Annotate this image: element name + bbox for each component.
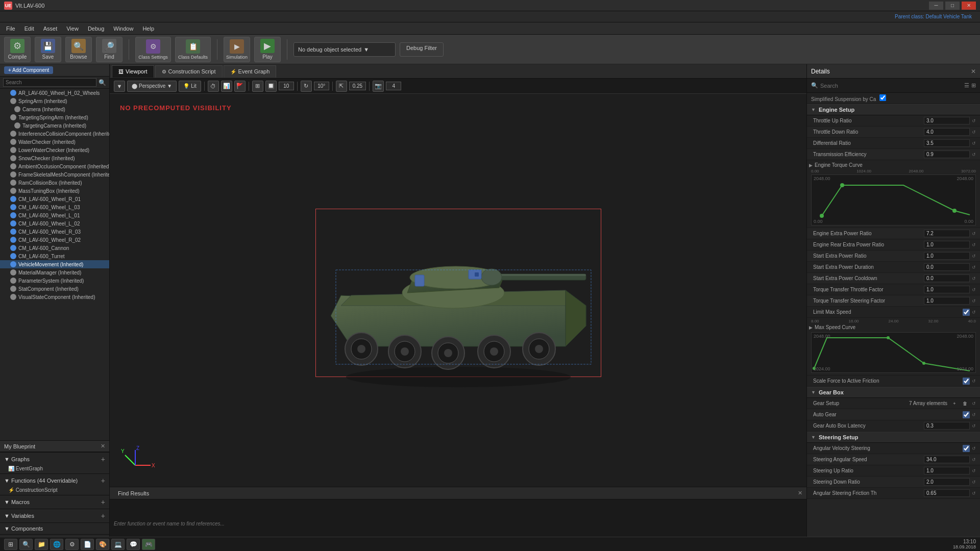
start-extra-power-ratio-reset-button[interactable]: ↺ <box>970 252 978 260</box>
component-item[interactable]: TargetingSpringArm (Inherited) <box>0 113 109 121</box>
start-extra-power-ratio-value[interactable]: 1.0 <box>924 252 970 260</box>
tab-viewport[interactable]: 🖼 Viewport <box>112 65 154 78</box>
torque-transfer-throttle-value[interactable]: 1.0 <box>924 286 970 293</box>
add-variable-icon[interactable]: + <box>101 512 105 520</box>
ide-button[interactable]: 💻 <box>111 539 125 550</box>
component-item[interactable]: InterferenceCollisionComponent (Inherite <box>0 130 109 138</box>
browser-button[interactable]: 🌐 <box>50 539 63 550</box>
torque-transfer-steering-reset-button[interactable]: ↺ <box>970 297 978 305</box>
component-item[interactable]: TargetingCamera (Inherited) <box>0 121 109 130</box>
start-extra-power-duration-value[interactable]: 0.0 <box>924 263 970 271</box>
realtime-button[interactable]: ⏱ <box>208 81 219 92</box>
steering-angular-speed-reset-button[interactable]: ↺ <box>970 456 978 464</box>
transmission-efficiency-reset-button[interactable]: ↺ <box>970 151 978 159</box>
class-settings-button[interactable]: ⚙ Class Settings <box>135 37 171 62</box>
engine-torque-curve-chart[interactable]: 2048.00 2048.00 0.00 0.00 <box>811 174 976 226</box>
menu-file[interactable]: File <box>2 24 19 33</box>
torque-transfer-throttle-reset-button[interactable]: ↺ <box>970 286 978 294</box>
start-extra-power-cooldown-value[interactable]: 0.0 <box>924 274 970 282</box>
event-graph-item[interactable]: 📊 EventGraph <box>0 465 109 472</box>
find-results-close-icon[interactable]: ✕ <box>798 490 802 496</box>
scale-snap-button[interactable]: ⇱ <box>336 81 347 92</box>
start-extra-power-cooldown-reset-button[interactable]: ↺ <box>970 274 978 283</box>
components-bp-header[interactable]: ▼ Components <box>0 524 109 533</box>
torque-transfer-steering-value[interactable]: 1.0 <box>924 297 970 305</box>
add-macro-icon[interactable]: + <box>101 498 105 506</box>
component-item[interactable]: AR_LAV-600_Wheel_H_02_Wheels <box>0 89 109 97</box>
engine-setup-section-header[interactable]: ▼ Engine Setup <box>807 104 980 115</box>
show-flag-button[interactable]: 🚩 <box>234 81 246 92</box>
camera-speed-button[interactable]: 📷 <box>373 81 384 92</box>
details-grid-icon[interactable]: ⊞ <box>971 82 976 89</box>
start-extra-power-duration-reset-button[interactable]: ↺ <box>970 263 978 271</box>
find-results-tab[interactable]: Find Results <box>114 489 153 497</box>
engine-extra-power-ratio-reset-button[interactable]: ↺ <box>970 230 978 238</box>
differential-ratio-value[interactable]: 3.5 <box>924 139 970 147</box>
angular-steering-friction-value[interactable]: 0.65 <box>924 489 970 497</box>
menu-view[interactable]: View <box>62 24 83 33</box>
engine-rear-extra-power-reset-button[interactable]: ↺ <box>970 241 978 249</box>
steering-down-ratio-value[interactable]: 2.0 <box>924 478 970 486</box>
throttle-down-ratio-value[interactable]: 4.0 <box>924 128 970 136</box>
construction-script-item[interactable]: ⚡ ConstructionScript <box>0 486 109 494</box>
menu-window[interactable]: Window <box>109 24 137 33</box>
graphs-header[interactable]: ▼ Graphs + <box>0 454 109 465</box>
minimize-button[interactable]: ─ <box>929 2 943 10</box>
window-controls[interactable]: ─ □ ✕ <box>929 2 976 10</box>
file-explorer-button[interactable]: 📁 <box>35 539 48 550</box>
gear-auto-box-latency-reset-button[interactable]: ↺ <box>970 422 978 430</box>
limit-max-speed-reset-button[interactable]: ↺ <box>970 308 978 316</box>
gear-auto-box-latency-value[interactable]: 0.3 <box>924 422 970 430</box>
component-item[interactable]: CM_LAV-600_Turret <box>0 252 109 260</box>
find-button[interactable]: 🔎 Find <box>96 37 122 62</box>
rotation-snap-button[interactable]: ↻ <box>301 81 312 92</box>
functions-header[interactable]: ▼ Functions (44 Overridable) + <box>0 475 109 486</box>
transmission-efficiency-value[interactable]: 0.9 <box>924 151 970 158</box>
parent-class-value[interactable]: Default Vehicle Tank <box>926 14 972 19</box>
viewport-options-button[interactable]: ▼ <box>114 81 125 92</box>
component-item[interactable]: Camera (Inherited) <box>0 105 109 113</box>
lit-button[interactable]: 💡 Lit <box>179 81 201 92</box>
add-graph-icon[interactable]: + <box>101 455 105 463</box>
variables-header[interactable]: ▼ Variables + <box>0 510 109 521</box>
steering-down-ratio-reset-button[interactable]: ↺ <box>970 478 978 486</box>
max-speed-curve-header[interactable]: ▶ Max Speed Curve <box>809 323 978 331</box>
differential-ratio-reset-button[interactable]: ↺ <box>970 139 978 147</box>
my-blueprint-close-icon[interactable]: ✕ <box>101 443 105 449</box>
limit-max-speed-checkbox[interactable] <box>963 309 970 316</box>
auto-gear-reset-button[interactable]: ↺ <box>970 411 978 419</box>
simulation-button[interactable]: ▶ Simulation <box>224 37 250 62</box>
scale-force-reset-button[interactable]: ↺ <box>970 377 978 385</box>
engine-rear-extra-power-value[interactable]: 1.0 <box>924 241 970 248</box>
engine-extra-power-ratio-value[interactable]: 7.2 <box>924 230 970 237</box>
add-component-button[interactable]: + Add Component <box>4 66 53 74</box>
throttle-up-ratio-reset-button[interactable]: ↺ <box>970 117 978 125</box>
maximize-button[interactable]: □ <box>945 2 960 10</box>
component-item[interactable]: SnowChecker (Inherited) <box>0 154 109 162</box>
menu-debug[interactable]: Debug <box>84 24 108 33</box>
component-item[interactable]: CM_LAV-600_Wheel_L_01 <box>0 211 109 219</box>
ue4-button[interactable]: 🎮 <box>142 539 155 550</box>
viewport-area[interactable]: NO PRECOMPUTED VISIBILITY <box>110 94 806 487</box>
component-item[interactable]: CM_LAV-600_Wheel_L_02 <box>0 219 109 228</box>
component-item[interactable]: CM_LAV-600_Cannon <box>0 244 109 252</box>
save-button[interactable]: 💾 Save <box>35 37 61 62</box>
throttle-up-ratio-value[interactable]: 3.0 <box>924 117 970 124</box>
throttle-down-ratio-reset-button[interactable]: ↺ <box>970 128 978 136</box>
settings-button[interactable]: ⚙ <box>65 539 79 550</box>
notepad-button[interactable]: 📄 <box>81 539 94 550</box>
show-stats-button[interactable]: 📊 <box>221 81 232 92</box>
auto-gear-checkbox[interactable] <box>963 411 970 418</box>
tab-construction-script[interactable]: ⚙ Construction Script <box>155 65 223 78</box>
component-item[interactable]: MassTuningBox (Inherited) <box>0 187 109 195</box>
gear-setup-reset-button[interactable]: ↺ <box>970 399 978 408</box>
grid-button[interactable]: ⊞ <box>252 81 263 92</box>
component-item[interactable]: RamCollisionBox (Inherited) <box>0 179 109 187</box>
component-item[interactable]: LowerWaterChecker (Inherited) <box>0 146 109 154</box>
skype-button[interactable]: 💬 <box>127 539 140 550</box>
details-close-icon[interactable]: ✕ <box>971 68 976 75</box>
surface-snap-button[interactable]: 🔲 <box>265 81 277 92</box>
start-button[interactable]: ⊞ <box>4 539 17 550</box>
steering-up-ratio-reset-button[interactable]: ↺ <box>970 467 978 475</box>
gear-box-section-header[interactable]: ▼ Gear Box <box>807 387 980 398</box>
